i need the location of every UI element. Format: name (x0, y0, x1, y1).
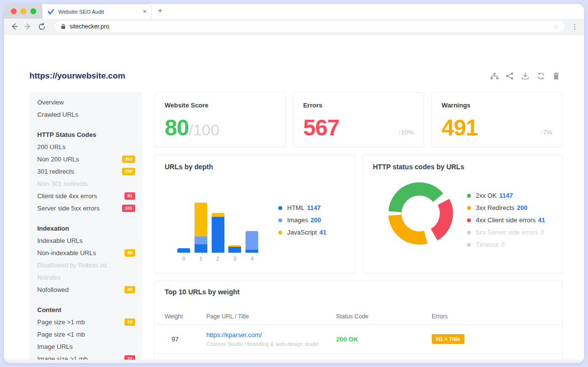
stat-label: Website Score (165, 102, 275, 109)
legend-label: JavaScript (287, 229, 317, 236)
bar-depth-2[interactable] (212, 213, 224, 253)
reload-button[interactable] (37, 22, 46, 31)
sidebar-item-label: Noindex (37, 274, 135, 281)
traffic-light-close[interactable] (11, 8, 17, 14)
legend-item-2xx-ok[interactable]: 2xx OK1147 (467, 189, 545, 202)
sidebar-item-non-200-urls[interactable]: Non 200 URLs352 (29, 153, 142, 165)
bar-segment-html[interactable] (228, 247, 241, 253)
sidebar-item-page-size-1-mb[interactable]: Page size >1 mb13 (29, 316, 142, 328)
bar-segment-html[interactable] (177, 248, 190, 253)
bar-chart (177, 184, 266, 253)
status-code-value: 200 OK (336, 336, 432, 343)
legend-value: 200 (311, 216, 321, 224)
bookmark-star-icon[interactable]: ☆ (553, 23, 559, 30)
sidebar-item-label: Disallowed by Robots.txt (37, 262, 135, 269)
bar-segment-images[interactable] (195, 236, 207, 244)
sidebar-item-page-size-1-mb[interactable]: Page size <1 mb (29, 328, 142, 341)
sidebar-item-label: Non 200 URLs (37, 156, 122, 163)
count-badge: 13 (124, 318, 135, 326)
traffic-light-minimize[interactable] (21, 8, 26, 14)
sidebar-item-200-urls[interactable]: 200 URLs (29, 141, 142, 153)
count-badge: 200 (122, 168, 135, 175)
download-icon[interactable] (521, 72, 530, 81)
new-tab-button[interactable]: + (158, 6, 162, 15)
bar-segment-javascript[interactable] (212, 213, 224, 217)
report-actions (490, 72, 562, 81)
trash-icon[interactable] (553, 72, 562, 81)
donut-segment-4xx-client-side-errors[interactable] (434, 202, 446, 235)
bar-depth-3[interactable] (228, 245, 241, 253)
sidebar-item-label: Nofollowed (37, 286, 124, 293)
legend-item-images[interactable]: Images200 (278, 214, 326, 226)
address-url[interactable]: sitechecker.pro (70, 23, 553, 30)
stat-label: Errors (303, 102, 414, 109)
errors-delta: ↑10% (398, 129, 414, 136)
traffic-light-zoom[interactable] (30, 8, 36, 14)
sidebar-item-image-urls[interactable]: Image URLs (29, 341, 142, 353)
sidebar-item-overview[interactable]: Overview (29, 96, 142, 108)
sidebar-item-label: Client side 4xx errors (37, 192, 124, 200)
column-header-weight: Weight (165, 313, 206, 320)
sidebar-item-indexable-urls[interactable]: Indexable URLs (29, 235, 142, 247)
website-score-card: Website Score 80/100 (154, 92, 286, 147)
sidebar-item-non-indexable-urls[interactable]: Non-indexable URLs46 (29, 247, 142, 259)
sidebar-item-crawled-urls[interactable]: Crawled URLs (29, 108, 142, 121)
page-bottom-edge (4, 360, 584, 363)
donut-segment-2xx-ok[interactable] (395, 189, 438, 212)
forward-button[interactable] (24, 22, 32, 31)
table-cell-weight: 97 (165, 336, 206, 343)
legend-item-5xx-server-side-errors[interactable]: 5xx Server side errors0 (467, 226, 545, 238)
legend-dot-icon (467, 243, 471, 247)
legend-dot-icon (278, 206, 282, 210)
sidebar-item-client-side-4xx-errors[interactable]: Client side 4xx errors51 (29, 190, 142, 202)
bar-segment-images[interactable] (245, 231, 258, 250)
browser-toolbar: sitechecker.pro ☆ ⋮ (4, 19, 584, 35)
share-icon[interactable] (506, 72, 514, 81)
legend-item-html[interactable]: HTML1147 (278, 202, 326, 214)
legend-item-3xx-redirects[interactable]: 3xx Redirects200 (467, 202, 545, 214)
main-panel: Website Score 80/100 Errors 567 ↑10% War… (154, 92, 563, 363)
legend-dot-icon (467, 218, 471, 222)
browser-menu-icon[interactable]: ⋮ (571, 23, 578, 30)
audited-site-url[interactable]: https://yourwebsite.com (29, 71, 125, 81)
score-number: 80 (165, 115, 189, 140)
bar-segment-html[interactable] (195, 244, 207, 253)
sidebar-item-nofollowed[interactable]: Nofollowed46 (29, 284, 142, 296)
legend-dot-icon (467, 194, 471, 198)
bar-segment-html[interactable] (245, 250, 258, 253)
urls-by-depth-card: URLs by depth 01234 HTML1147Images200Jav… (154, 155, 355, 273)
donut-segment-3xx-redirects[interactable] (395, 215, 426, 238)
sidebar-item-server-side-5xx-errors[interactable]: Server side 5xx errors101 (29, 202, 142, 214)
legend-item-timeout[interactable]: Timeout0 (467, 238, 545, 251)
browser-tab[interactable]: Website SEO Audit × (42, 4, 152, 19)
warnings-delta: ↑7% (540, 129, 552, 136)
refresh-icon[interactable] (537, 72, 546, 81)
sidebar-item-label: Indexation (37, 225, 135, 232)
sitemap-icon[interactable] (490, 72, 499, 81)
legend-item-javascript[interactable]: JavaScript41 (278, 226, 326, 238)
tab-close-icon[interactable]: × (143, 8, 147, 15)
bar-segment-javascript[interactable] (195, 203, 207, 236)
bar-segment-html[interactable] (212, 217, 224, 253)
count-badge: 352 (122, 156, 135, 163)
x-tick-label: 2 (212, 256, 224, 262)
legend-label: 5xx Server side errors (476, 229, 538, 236)
charts-row: URLs by depth 01234 HTML1147Images200Jav… (154, 155, 563, 273)
back-button[interactable] (10, 22, 19, 31)
address-bar[interactable]: sitechecker.pro ☆ (55, 21, 564, 32)
bar-depth-0[interactable] (177, 248, 190, 253)
donut-chart (385, 179, 454, 248)
sidebar-item-label: Content (37, 306, 135, 314)
warnings-value: 491 (441, 116, 478, 139)
legend-item-4xx-client-side-errors[interactable]: 4xx Client side errors41 (467, 214, 545, 226)
bar-depth-1[interactable] (195, 203, 207, 253)
x-tick-label: 0 (177, 256, 190, 262)
bar-depth-4[interactable] (245, 231, 258, 253)
error-badge[interactable]: H1 = Title (432, 334, 465, 344)
legend-value: 1147 (307, 204, 320, 211)
page-url-link[interactable]: https://kparser.com/ (206, 331, 336, 339)
tab-title: Website SEO Audit (58, 9, 143, 15)
count-badge: 46 (124, 286, 135, 293)
sidebar-item-301-redirects[interactable]: 301 redirects200 (29, 165, 142, 178)
sidebar-item-label: Crawled URLs (37, 111, 135, 118)
